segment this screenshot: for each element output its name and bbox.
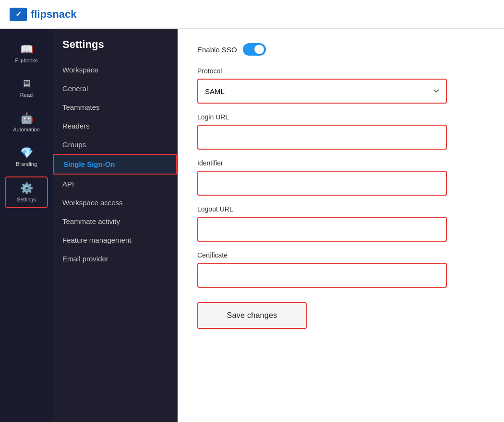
- content-area: Enable SSO Protocol SAML OIDC Login URL: [178, 29, 504, 422]
- nav-item-automation[interactable]: 🤖 Automation: [5, 107, 48, 137]
- protocol-field: Protocol SAML OIDC: [197, 67, 447, 104]
- automation-label: Automation: [13, 127, 40, 132]
- sidebar-item-groups[interactable]: Groups: [53, 135, 177, 154]
- branding-icon: 💎: [20, 147, 33, 159]
- sidebar-item-email-provider[interactable]: Email provider: [53, 249, 177, 268]
- toggle-thumb: [254, 45, 264, 54]
- login-url-input[interactable]: [197, 125, 447, 150]
- save-button-wrap: Save changes: [197, 302, 307, 329]
- enable-sso-row: Enable SSO: [197, 43, 447, 56]
- logout-url-input[interactable]: [197, 217, 447, 242]
- nav-item-settings[interactable]: ⚙️ Settings: [5, 176, 48, 208]
- sidebar-item-general[interactable]: General: [53, 79, 177, 98]
- nav-item-branding[interactable]: 💎 Branding: [5, 142, 48, 172]
- login-url-field: Login URL: [197, 113, 447, 150]
- logout-url-label: Logout URL: [197, 205, 447, 213]
- identifier-field: Identifier: [197, 159, 447, 196]
- branding-label: Branding: [16, 161, 37, 167]
- main-layout: 📖 Flipbooks 🖥 Read 🤖 Automation 💎 Brandi…: [0, 29, 504, 422]
- sso-form: Enable SSO Protocol SAML OIDC Login URL: [197, 43, 447, 329]
- automation-icon: 🤖: [20, 112, 33, 125]
- sso-toggle[interactable]: [243, 43, 266, 56]
- login-url-label: Login URL: [197, 113, 447, 121]
- nav-item-read[interactable]: 🖥 Read: [5, 73, 48, 103]
- enable-sso-label: Enable SSO: [197, 46, 237, 54]
- settings-icon: ⚙️: [20, 182, 33, 195]
- sidebar-item-single-sign-on[interactable]: Single Sign-On: [53, 154, 177, 175]
- certificate-input[interactable]: [197, 263, 447, 288]
- sidebar-item-workspace-access[interactable]: Workspace access: [53, 193, 177, 212]
- certificate-label: Certificate: [197, 251, 447, 259]
- sidebar-item-teammates[interactable]: Teammates: [53, 98, 177, 117]
- flipbooks-label: Flipbooks: [15, 58, 37, 63]
- sidebar-item-readers[interactable]: Readers: [53, 117, 177, 135]
- logo-icon: [10, 8, 27, 21]
- left-nav: 📖 Flipbooks 🖥 Read 🤖 Automation 💎 Brandi…: [0, 29, 53, 422]
- settings-label: Settings: [17, 197, 36, 202]
- flipbooks-icon: 📖: [20, 43, 33, 56]
- logo-text: flipsnack: [31, 8, 76, 21]
- top-header: flipsnack: [0, 0, 504, 29]
- save-button[interactable]: Save changes: [198, 303, 306, 328]
- identifier-label: Identifier: [197, 159, 447, 167]
- sidebar-item-workspace[interactable]: Workspace: [53, 60, 177, 79]
- protocol-label: Protocol: [197, 67, 447, 75]
- sidebar-item-api[interactable]: API: [53, 175, 177, 193]
- logout-url-field: Logout URL: [197, 205, 447, 242]
- sidebar-title: Settings: [53, 38, 177, 60]
- nav-item-flipbooks[interactable]: 📖 Flipbooks: [5, 38, 48, 68]
- read-label: Read: [20, 92, 33, 98]
- protocol-select[interactable]: SAML OIDC: [197, 79, 447, 104]
- sidebar-item-feature-management[interactable]: Feature management: [53, 231, 177, 249]
- sidebar: Settings Workspace General Teammates Rea…: [53, 29, 178, 422]
- logo-area: flipsnack: [10, 8, 76, 21]
- read-icon: 🖥: [21, 78, 32, 90]
- certificate-field: Certificate: [197, 251, 447, 288]
- sidebar-item-teammate-activity[interactable]: Teammate activity: [53, 212, 177, 231]
- identifier-input[interactable]: [197, 171, 447, 196]
